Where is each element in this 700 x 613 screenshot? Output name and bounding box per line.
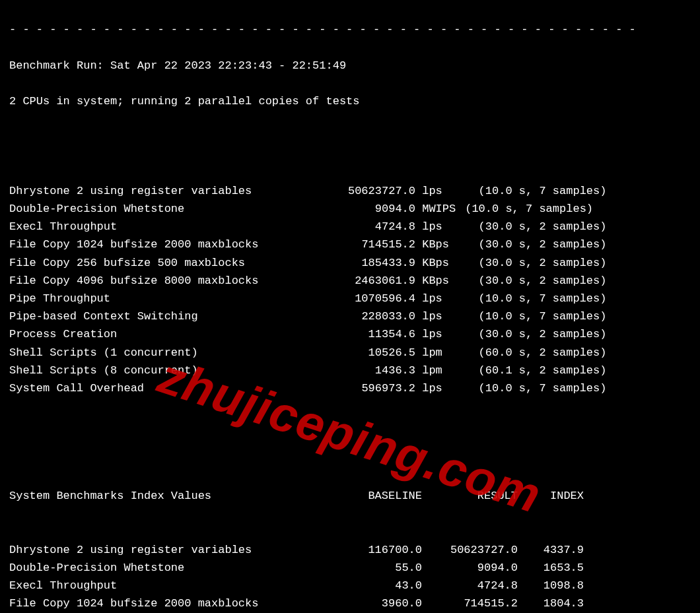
test-timing: (10.0 s, 7 samples)	[458, 182, 691, 200]
index-value: 1098.8	[518, 577, 584, 595]
test-unit: MWIPS	[415, 200, 458, 218]
raw-result-row: File Copy 1024 bufsize 2000 maxblocks714…	[9, 236, 691, 253]
index-result: 50623727.0	[422, 541, 518, 559]
raw-result-row: Pipe-based Context Switching228033.0 lps…	[9, 307, 691, 325]
index-table-body: Dhrystone 2 using register variables1167…	[9, 541, 691, 613]
test-value: 4724.8	[326, 218, 415, 236]
test-value: 1436.3	[326, 362, 415, 379]
terminal-output: - - - - - - - - - - - - - - - - - - - - …	[0, 0, 700, 613]
test-unit: lps	[415, 218, 458, 236]
index-value: 1804.3	[518, 595, 584, 612]
test-name: Process Creation	[9, 325, 326, 343]
raw-result-row: File Copy 4096 bufsize 8000 maxblocks246…	[9, 272, 691, 290]
index-baseline: 55.0	[326, 559, 422, 577]
test-name: Shell Scripts (1 concurrent)	[9, 344, 326, 362]
index-table-row: Double-Precision Whetstone55.09094.01653…	[9, 559, 691, 577]
test-unit: lps	[415, 307, 458, 325]
test-unit: lps	[415, 290, 458, 307]
test-timing: (10.0 s, 7 samples)	[458, 290, 691, 307]
raw-result-row: Shell Scripts (1 concurrent)10526.5 lpm …	[9, 344, 691, 362]
index-test-name: Double-Precision Whetstone	[9, 559, 326, 577]
test-timing: (10.0 s, 7 samples)	[458, 200, 691, 218]
raw-result-row: Pipe Throughput1070596.4 lps (10.0 s, 7 …	[9, 290, 691, 307]
test-name: Pipe Throughput	[9, 290, 326, 307]
raw-result-row: Double-Precision Whetstone9094.0 MWIPS (…	[9, 200, 691, 218]
test-name: File Copy 1024 bufsize 2000 maxblocks	[9, 236, 326, 253]
test-value: 228033.0	[326, 307, 415, 325]
test-name: Double-Precision Whetstone	[9, 200, 326, 218]
test-timing: (10.0 s, 7 samples)	[458, 379, 691, 397]
test-name: File Copy 4096 bufsize 8000 maxblocks	[9, 272, 326, 290]
test-value: 11354.6	[326, 325, 415, 343]
test-name: Dhrystone 2 using register variables	[9, 182, 326, 200]
test-name: System Call Overhead	[9, 379, 326, 397]
test-name: File Copy 256 bufsize 500 maxblocks	[9, 254, 326, 272]
test-value: 9094.0	[326, 200, 415, 218]
index-header-title: System Benchmarks Index Values	[9, 487, 326, 505]
index-result: 4724.8	[422, 577, 518, 595]
test-unit: lpm	[415, 344, 458, 362]
test-name: Execl Throughput	[9, 218, 326, 236]
index-baseline: 116700.0	[326, 541, 422, 559]
test-name: Shell Scripts (8 concurrent)	[9, 362, 326, 379]
raw-result-row: Process Creation11354.6 lps (30.0 s, 2 s…	[9, 325, 691, 343]
index-header-result: RESULT	[422, 487, 518, 505]
test-timing: (60.1 s, 2 samples)	[458, 362, 691, 379]
raw-results-block: Dhrystone 2 using register variables5062…	[9, 182, 691, 397]
cpu-info-line: 2 CPUs in system; running 2 parallel cop…	[9, 92, 691, 110]
index-header-baseline: BASELINE	[326, 487, 422, 505]
index-table-row: Execl Throughput43.04724.81098.8	[9, 577, 691, 595]
separator-line: - - - - - - - - - - - - - - - - - - - - …	[9, 20, 691, 38]
index-table-row: File Copy 1024 bufsize 2000 maxblocks396…	[9, 595, 691, 612]
test-unit: KBps	[415, 254, 458, 272]
index-baseline: 43.0	[326, 577, 422, 595]
test-unit: lpm	[415, 362, 458, 379]
test-unit: lps	[415, 182, 458, 200]
index-result: 9094.0	[422, 559, 518, 577]
test-unit: lps	[415, 325, 458, 343]
test-timing: (30.0 s, 2 samples)	[458, 272, 691, 290]
raw-result-row: Dhrystone 2 using register variables5062…	[9, 182, 691, 200]
raw-result-row: Shell Scripts (8 concurrent)1436.3 lpm (…	[9, 362, 691, 379]
index-table-row: Dhrystone 2 using register variables1167…	[9, 541, 691, 559]
raw-result-row: System Call Overhead596973.2 lps (10.0 s…	[9, 379, 691, 397]
test-value: 50623727.0	[326, 182, 415, 200]
test-timing: (30.0 s, 2 samples)	[458, 325, 691, 343]
index-result: 714515.2	[422, 595, 518, 612]
test-value: 1070596.4	[326, 290, 415, 307]
test-timing: (30.0 s, 2 samples)	[458, 218, 691, 236]
test-value: 185433.9	[326, 254, 415, 272]
index-baseline: 3960.0	[326, 595, 422, 612]
test-unit: KBps	[415, 236, 458, 253]
index-value: 4337.9	[518, 541, 584, 559]
index-test-name: File Copy 1024 bufsize 2000 maxblocks	[9, 595, 326, 612]
test-timing: (30.0 s, 2 samples)	[458, 254, 691, 272]
test-value: 2463061.9	[326, 272, 415, 290]
test-timing: (10.0 s, 7 samples)	[458, 307, 691, 325]
test-value: 714515.2	[326, 236, 415, 253]
test-value: 10526.5	[326, 344, 415, 362]
raw-result-row: Execl Throughput4724.8 lps (30.0 s, 2 sa…	[9, 218, 691, 236]
index-test-name: Execl Throughput	[9, 577, 326, 595]
test-timing: (30.0 s, 2 samples)	[458, 236, 691, 253]
raw-result-row: File Copy 256 bufsize 500 maxblocks18543…	[9, 254, 691, 272]
index-value: 1653.5	[518, 559, 584, 577]
blank-line	[9, 434, 691, 451]
index-test-name: Dhrystone 2 using register variables	[9, 541, 326, 559]
benchmark-run-line: Benchmark Run: Sat Apr 22 2023 22:23:43 …	[9, 57, 691, 75]
index-header-index: INDEX	[518, 487, 584, 505]
test-name: Pipe-based Context Switching	[9, 307, 326, 325]
test-timing: (60.0 s, 2 samples)	[458, 344, 691, 362]
test-value: 596973.2	[326, 379, 415, 397]
blank-line	[9, 128, 691, 146]
test-unit: KBps	[415, 272, 458, 290]
test-unit: lps	[415, 379, 458, 397]
index-table-header: System Benchmarks Index Values BASELINE …	[9, 487, 691, 505]
